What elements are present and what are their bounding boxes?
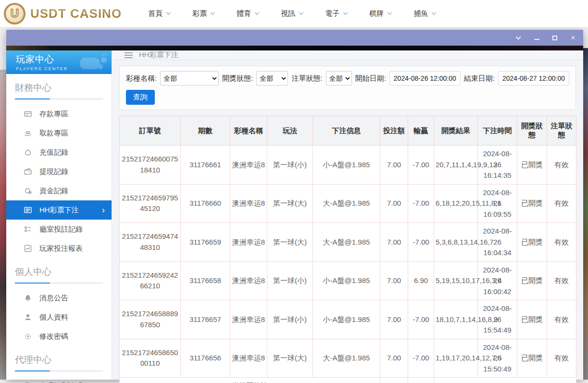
table-cell: 澳洲幸运8 xyxy=(230,223,267,262)
sidebar-item-label: 存款專區 xyxy=(39,110,68,119)
start-date-label: 開始日期: xyxy=(355,74,386,83)
sidebar-item-funds-records[interactable]: 資金記錄 xyxy=(6,181,112,200)
table-cell: 有效 xyxy=(547,300,576,339)
gamepad-icon xyxy=(79,52,109,72)
table-row: 215217246594744831031176659澳洲幸运8第一球(大)大-… xyxy=(120,223,576,262)
nav-item-slots[interactable]: 電子 xyxy=(325,9,347,18)
table-cell: 有效 xyxy=(547,261,576,300)
sidebar-section-title: 個人中心 xyxy=(15,266,103,278)
sidebar-item-hall-bet-records[interactable]: 廳室投註記錄 xyxy=(6,220,112,239)
table-cell: 31176659 xyxy=(181,223,230,262)
table-cell: -7.00 xyxy=(408,146,434,185)
chevron-down-icon xyxy=(211,10,215,15)
sidebar-item-withdraw-zone[interactable]: 取款專區 xyxy=(6,124,112,143)
app-window: × 玩家中心 PLAYERS CENTER xyxy=(6,30,583,380)
section-divider xyxy=(15,371,103,371)
report-chart-icon xyxy=(24,244,32,253)
table-cell: 有效 xyxy=(547,146,576,185)
nav-item-fishing[interactable]: 捕魚 xyxy=(413,9,436,18)
search-button[interactable]: 查詢 xyxy=(126,90,155,105)
window-titlebar[interactable]: × xyxy=(6,30,583,46)
sidebar-item-announcements[interactable]: 消息公告 xyxy=(6,288,112,308)
table-cell: 澳洲幸运8 xyxy=(230,146,267,185)
table-row: 215217246586500011031176656澳洲幸运8第一球(大)大-… xyxy=(120,339,576,378)
table-cell: 2152172465865000110 xyxy=(120,339,181,378)
background-photo-right xyxy=(583,48,588,380)
nav-item-label: 電子 xyxy=(325,9,339,18)
start-date-input[interactable] xyxy=(389,71,461,86)
sidebar-section-title: 代理中心 xyxy=(15,354,103,366)
order-status-label: 注單狀態: xyxy=(291,74,322,83)
column-header: 下注信息 xyxy=(313,116,380,146)
table-cell: 澳洲幸运8 xyxy=(230,261,267,300)
withdrawal-wallet-icon xyxy=(24,167,32,176)
sidebar-item-label: 廳室投註記錄 xyxy=(39,225,83,234)
window-controls: × xyxy=(515,35,576,41)
column-header: 下注時間 xyxy=(478,116,517,146)
column-header: 訂單號 xyxy=(120,116,181,146)
sidebar-item-withdrawal-records[interactable]: 提現記錄 xyxy=(6,162,112,181)
window-collapse-icon[interactable] xyxy=(515,35,522,41)
table-cell: 2152172465979545120 xyxy=(120,184,181,223)
table-cell: 2152172465947448310 xyxy=(120,223,181,262)
sidebar-item-player-bet-report[interactable]: 玩家投注報表 xyxy=(6,239,112,258)
recharge-bag-icon xyxy=(24,148,32,157)
table-cell: 澳洲幸运8 xyxy=(230,300,267,339)
sidebar-item-label: 提現記錄 xyxy=(39,167,68,176)
table-cell: 已開獎 xyxy=(517,300,547,339)
gear-icon xyxy=(24,332,32,341)
nav-item-sports[interactable]: 體育 xyxy=(237,9,259,18)
table-cell: 大-A盤@1.985 xyxy=(313,339,380,378)
nav-item-live-video[interactable]: 視訊 xyxy=(281,9,303,18)
table-cell: 已開獎 xyxy=(517,146,547,185)
table-cell: 小-A盤@1.985 xyxy=(313,300,380,339)
nav-item-label: 首頁 xyxy=(148,9,163,18)
screen: U USDT CASINO 首頁彩票體育視訊電子棋牌捕魚 × 玩家中心 PLAY… xyxy=(0,0,588,383)
window-close-icon[interactable]: × xyxy=(570,35,576,41)
table-cell: 有效 xyxy=(547,223,576,262)
window-minimize-icon[interactable] xyxy=(533,35,540,41)
table-row: 215217246600751841031176661澳洲幸运8第一球(小)小-… xyxy=(120,146,576,185)
sidebar-item-hh-lottery-bets[interactable]: HH彩票下注› xyxy=(6,200,112,220)
menu-toggle-icon[interactable] xyxy=(125,52,133,58)
table-cell: 7.00 xyxy=(380,339,408,378)
end-date-label: 結束日期: xyxy=(464,74,495,83)
site-logo[interactable]: U USDT CASINO xyxy=(4,3,122,25)
sidebar-item-label: 充值記錄 xyxy=(39,148,68,157)
sidebar-item-label: 修改密碼 xyxy=(39,332,68,341)
nav-item-label: 彩票 xyxy=(192,9,207,18)
nav-item-lottery[interactable]: 彩票 xyxy=(192,9,214,18)
table-cell: 第一球(大) xyxy=(267,223,313,262)
sidebar-item-agent-rules[interactable]: 代理規則說明 xyxy=(6,376,112,383)
table-cell: 2152172466007518410 xyxy=(120,146,181,185)
table-cell: 31176660 xyxy=(181,184,230,223)
hall-record-icon xyxy=(24,225,32,234)
table-cell: 5,3,6,8,13,14,16,7 xyxy=(434,223,478,262)
content-header: HH彩票下注 xyxy=(112,50,583,60)
table-cell: 5,19,15,10,17,16,3,4 xyxy=(434,261,478,300)
nav-item-home[interactable]: 首頁 xyxy=(148,9,170,18)
sidebar-item-change-password[interactable]: 修改密碼 xyxy=(6,327,112,346)
table-cell: 小-A盤@1.985 xyxy=(313,261,380,300)
sidebar-item-recharge-records[interactable]: 充值記錄 xyxy=(6,143,112,162)
draw-status-select[interactable]: 全部 xyxy=(256,71,288,86)
table-cell: 已開獎 xyxy=(517,223,547,262)
summary-win-loss: -28.10 xyxy=(408,378,434,383)
lottery-select[interactable]: 全部 xyxy=(160,71,219,86)
logo-text: USDT CASINO xyxy=(30,6,122,21)
column-header: 期數 xyxy=(181,116,230,146)
end-date-input[interactable] xyxy=(498,71,569,86)
nav-item-board-games[interactable]: 棋牌 xyxy=(369,9,391,18)
page-title: HH彩票下注 xyxy=(139,50,178,60)
sidebar-item-deposit-zone[interactable]: 存款專區 xyxy=(6,104,112,124)
window-maximize-icon[interactable] xyxy=(551,35,558,41)
table-cell: 7.00 xyxy=(380,146,408,185)
summary-bet-amount: 42.00 xyxy=(380,378,408,383)
order-status-select[interactable]: 全部 xyxy=(326,71,352,86)
sidebar-section-title: 財務中心 xyxy=(15,82,103,94)
table-cell: 第一球(大) xyxy=(267,339,313,378)
chevron-down-icon xyxy=(388,10,392,15)
sidebar-item-profile[interactable]: 個人資料 xyxy=(6,308,112,327)
logo-icon: U xyxy=(4,3,25,25)
chevron-right-icon: › xyxy=(102,205,105,215)
